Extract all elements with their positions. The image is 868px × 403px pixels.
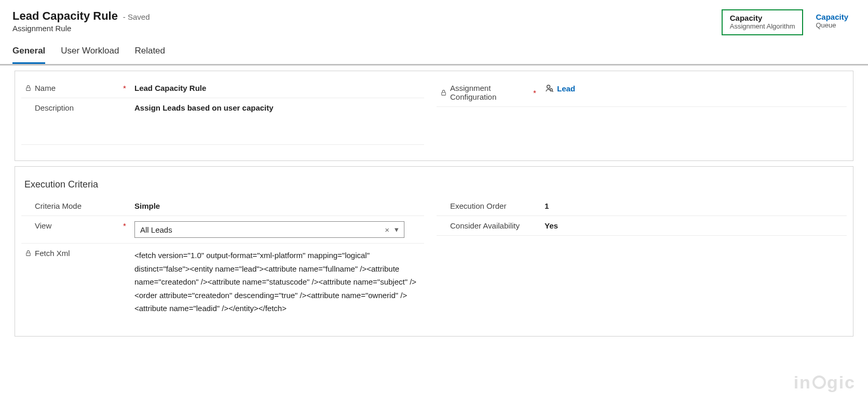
name-value[interactable]: Lead Capacity Rule: [130, 84, 424, 92]
assignment-algorithm-label: Assignment Algorithm: [730, 22, 795, 30]
description-value[interactable]: Assign Leads based on user capacity: [130, 103, 424, 112]
general-section: Name * Lead Capacity Rule Description As…: [15, 71, 853, 161]
assignment-config-row: Assignment Configuration * Lead: [437, 78, 847, 107]
title-block: Lead Capacity Rule - Saved Assignment Ru…: [12, 9, 150, 33]
consider-availability-value[interactable]: Yes: [540, 221, 847, 230]
description-row: Description Assign Leads based on user c…: [21, 98, 424, 145]
lock-icon: [24, 250, 32, 257]
view-select[interactable]: All Leads × ▾: [134, 221, 404, 238]
execution-criteria-section: Execution Criteria Criteria Mode Simple …: [15, 166, 853, 337]
description-label: Description: [35, 103, 120, 112]
lock-icon: [24, 85, 32, 92]
entity-subtitle: Assignment Rule: [12, 24, 150, 33]
tab-user-workload[interactable]: User Workload: [61, 41, 119, 64]
tab-divider: [0, 64, 868, 65]
view-row: View * All Leads × ▾: [21, 216, 424, 244]
lookup-entity-icon: [545, 84, 554, 93]
name-row: Name * Lead Capacity Rule: [21, 78, 424, 98]
consider-availability-label: Consider Availability: [450, 221, 530, 230]
execution-order-row: Execution Order 1: [437, 196, 847, 216]
assignment-config-value: Lead: [557, 84, 575, 93]
tab-general[interactable]: General: [12, 41, 45, 64]
page-title: Lead Capacity Rule: [12, 9, 118, 23]
required-indicator: *: [533, 88, 540, 97]
criteria-mode-value[interactable]: Simple: [130, 202, 424, 210]
svg-point-2: [547, 85, 550, 88]
header-right-fields: Capacity Assignment Algorithm Capacity Q…: [722, 9, 856, 35]
queue-label: Queue: [816, 21, 848, 29]
view-select-value: All Leads: [140, 225, 172, 234]
assignment-algorithm-field[interactable]: Capacity Assignment Algorithm: [722, 9, 804, 35]
required-indicator: *: [123, 221, 130, 230]
queue-field[interactable]: Capacity Queue: [808, 9, 856, 33]
assignment-config-label: Assignment Configuration: [450, 84, 530, 101]
svg-rect-1: [441, 92, 445, 95]
criteria-mode-row: Criteria Mode Simple: [21, 196, 424, 216]
criteria-mode-label: Criteria Mode: [35, 202, 120, 210]
assignment-algorithm-value: Capacity: [730, 14, 795, 22]
tab-strip: General User Workload Related: [0, 41, 868, 64]
chevron-down-icon[interactable]: ▾: [395, 225, 399, 234]
form-header: Lead Capacity Rule - Saved Assignment Ru…: [0, 0, 868, 41]
tab-related[interactable]: Related: [134, 41, 165, 64]
fetch-xml-label: Fetch Xml: [35, 249, 120, 258]
svg-rect-0: [26, 88, 30, 90]
assignment-config-lookup[interactable]: Lead: [545, 84, 575, 93]
name-label: Name: [35, 84, 120, 92]
clear-icon[interactable]: ×: [385, 225, 389, 234]
queue-value: Capacity: [816, 12, 848, 21]
view-label: View: [35, 221, 120, 230]
save-status: - Saved: [123, 12, 150, 21]
execution-order-label: Execution Order: [450, 202, 530, 210]
lock-icon: [440, 89, 447, 96]
fetch-xml-value[interactable]: <fetch version="1.0" output-format="xml-…: [130, 249, 424, 315]
fetch-xml-row: Fetch Xml <fetch version="1.0" output-fo…: [21, 244, 424, 320]
consider-availability-row: Consider Availability Yes: [437, 216, 847, 236]
svg-rect-4: [26, 253, 30, 256]
required-indicator: *: [123, 84, 130, 92]
execution-order-value[interactable]: 1: [540, 202, 847, 210]
execution-criteria-heading: Execution Criteria: [15, 174, 853, 196]
